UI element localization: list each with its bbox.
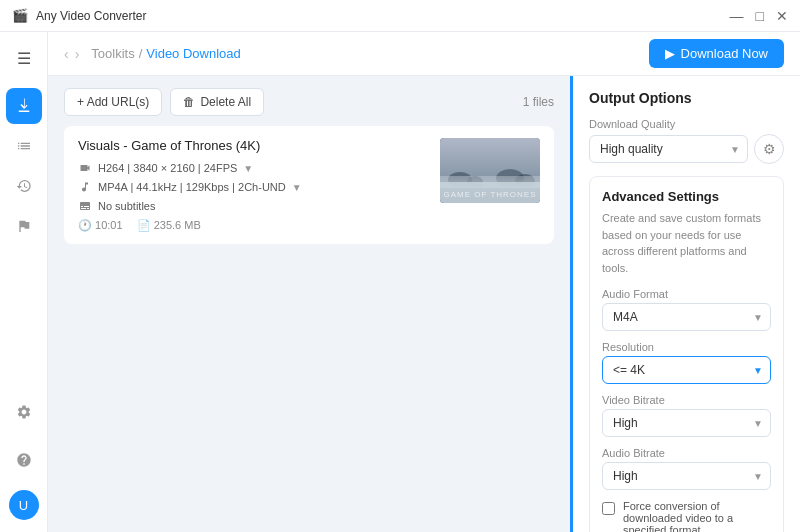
work-area: + Add URL(s) 🗑 Delete All 1 files Visual… [48, 76, 800, 532]
toolbar: + Add URL(s) 🗑 Delete All 1 files [64, 88, 554, 116]
resolution-select[interactable]: <= 4K <= 1080p <= 720p <= 480p [602, 356, 771, 384]
video-meta-row: H264 | 3840 × 2160 | 24FPS ▼ [78, 161, 426, 175]
delete-all-button[interactable]: 🗑 Delete All [170, 88, 264, 116]
sidebar-item-flag[interactable] [6, 208, 42, 244]
app-title: Any Video Converter [36, 9, 147, 23]
app-icon: 🎬 [12, 8, 28, 24]
file-size-row: 🕐 10:01 📄 235.6 MB [78, 219, 426, 232]
force-conversion-checkbox[interactable] [602, 502, 615, 515]
file-icon: 📄 [137, 219, 151, 231]
video-codec: H264 | 3840 × 2160 | 24FPS [98, 162, 237, 174]
add-url-label: + Add URL(s) [77, 95, 149, 109]
audio-format-field: Audio Format M4A AAC MP3 OGG ▼ [602, 288, 771, 331]
file-card: Visuals - Game of Thrones (4K) H264 | 38… [64, 126, 554, 244]
advanced-settings-desc: Create and save custom formats based on … [602, 210, 771, 276]
audio-bitrate-select[interactable]: High Medium Low [602, 462, 771, 490]
resolution-field: Resolution <= 4K <= 1080p <= 720p <= 480… [602, 341, 771, 384]
maximize-button[interactable]: □ [756, 8, 764, 24]
audio-meta-row: MP4A | 44.1kHz | 129Kbps | 2Ch-UND ▼ [78, 180, 426, 194]
quality-select-row: High quality Medium quality Low quality … [589, 134, 784, 164]
force-conversion-row: Force conversion of downloaded video to … [602, 500, 771, 532]
title-bar-left: 🎬 Any Video Converter [12, 8, 147, 24]
content-area: ‹ › Toolkits / Video Download ▶ Download… [48, 32, 800, 532]
subtitle-meta-row: No subtitles [78, 199, 426, 213]
download-quality-field: Download Quality High quality Medium qua… [589, 118, 784, 164]
subtitle: No subtitles [98, 200, 155, 212]
file-name: Visuals - Game of Thrones (4K) [78, 138, 426, 153]
sidebar-bottom: U [6, 394, 42, 532]
force-conversion-label: Force conversion of downloaded video to … [623, 500, 771, 532]
duration: 10:01 [95, 219, 123, 231]
resolution-select-wrapper: <= 4K <= 1080p <= 720p <= 480p ▼ [602, 356, 771, 384]
sidebar-hamburger[interactable]: ☰ [6, 40, 42, 76]
breadcrumb-toolkits[interactable]: Toolkits [91, 46, 134, 61]
breadcrumb-current: Video Download [146, 46, 240, 61]
left-panel: + Add URL(s) 🗑 Delete All 1 files Visual… [48, 76, 570, 532]
subtitle-icon [78, 199, 92, 213]
avatar[interactable]: U [9, 490, 39, 520]
breadcrumb: ‹ › Toolkits / Video Download [64, 46, 241, 62]
quality-select[interactable]: High quality Medium quality Low quality [589, 135, 748, 163]
video-bitrate-select[interactable]: High Medium Low [602, 409, 771, 437]
title-bar: 🎬 Any Video Converter — □ ✕ [0, 0, 800, 32]
thumbnail: Game of Thrones [440, 138, 540, 203]
quality-settings-button[interactable]: ⚙ [754, 134, 784, 164]
settings-icon[interactable] [6, 394, 42, 430]
top-bar: ‹ › Toolkits / Video Download ▶ Download… [48, 32, 800, 76]
video-bitrate-label: Video Bitrate [602, 394, 771, 406]
sidebar: ☰ U [0, 32, 48, 532]
forward-arrow[interactable]: › [75, 46, 80, 62]
delete-icon: 🗑 [183, 95, 195, 109]
audio-format-select[interactable]: M4A AAC MP3 OGG [602, 303, 771, 331]
minimize-button[interactable]: — [730, 8, 744, 24]
resolution-label: Resolution [602, 341, 771, 353]
sidebar-item-history[interactable] [6, 168, 42, 204]
output-options-title: Output Options [589, 90, 784, 106]
file-count: 1 files [523, 95, 554, 109]
clock-icon: 🕐 [78, 219, 92, 231]
sidebar-item-download[interactable] [6, 88, 42, 124]
play-icon: ▶ [665, 46, 675, 61]
gear-icon: ⚙ [763, 141, 776, 157]
audio-format-select-wrapper: M4A AAC MP3 OGG ▼ [602, 303, 771, 331]
duration-wrapper: 🕐 10:01 [78, 219, 123, 232]
audio-format-label: Audio Format [602, 288, 771, 300]
add-url-button[interactable]: + Add URL(s) [64, 88, 162, 116]
video-chevron[interactable]: ▼ [243, 163, 253, 174]
download-now-button[interactable]: ▶ Download Now [649, 39, 784, 68]
help-icon[interactable] [6, 442, 42, 478]
audio-codec: MP4A | 44.1kHz | 129Kbps | 2Ch-UND [98, 181, 286, 193]
title-bar-controls: — □ ✕ [730, 8, 788, 24]
close-button[interactable]: ✕ [776, 8, 788, 24]
audio-bitrate-label: Audio Bitrate [602, 447, 771, 459]
video-icon [78, 161, 92, 175]
advanced-settings-title: Advanced Settings [602, 189, 771, 204]
nav-arrows: ‹ › [64, 46, 79, 62]
main-layout: ☰ U ‹ [0, 32, 800, 532]
right-panel: Output Options Download Quality High qua… [570, 76, 800, 532]
video-bitrate-select-wrapper: High Medium Low ▼ [602, 409, 771, 437]
file-info: Visuals - Game of Thrones (4K) H264 | 38… [78, 138, 426, 232]
thumbnail-label: Game of Thrones [443, 190, 536, 203]
audio-bitrate-select-wrapper: High Medium Low ▼ [602, 462, 771, 490]
download-now-label: Download Now [681, 46, 768, 61]
quality-select-wrapper: High quality Medium quality Low quality … [589, 135, 748, 163]
audio-chevron[interactable]: ▼ [292, 182, 302, 193]
file-size: 235.6 MB [154, 219, 201, 231]
video-bitrate-field: Video Bitrate High Medium Low ▼ [602, 394, 771, 437]
breadcrumb-separator: / [139, 46, 143, 61]
advanced-settings-box: Advanced Settings Create and save custom… [589, 176, 784, 532]
audio-bitrate-field: Audio Bitrate High Medium Low ▼ [602, 447, 771, 490]
size-wrapper: 📄 235.6 MB [137, 219, 201, 232]
download-quality-label: Download Quality [589, 118, 784, 130]
back-arrow[interactable]: ‹ [64, 46, 69, 62]
audio-icon [78, 180, 92, 194]
delete-all-label: Delete All [200, 95, 251, 109]
sidebar-item-chart[interactable] [6, 128, 42, 164]
